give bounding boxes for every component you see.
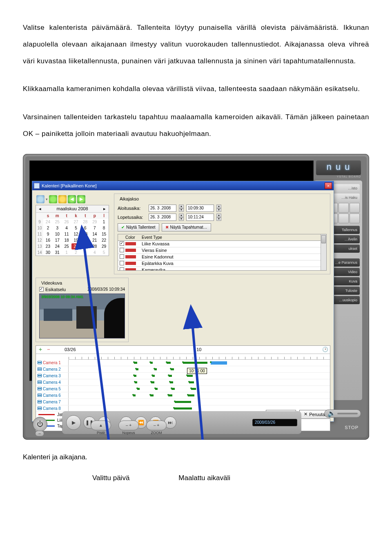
piste-control[interactable]: ▲ (91, 421, 111, 430)
calendar-day[interactable]: 15 (99, 231, 109, 237)
cal-next-icon[interactable]: ▸ (102, 206, 107, 211)
server-icon[interactable] (58, 195, 67, 203)
calendar-day[interactable]: 22 (99, 237, 109, 243)
calendar-day[interactable]: 24 (43, 219, 53, 225)
show-recordings-button[interactable]: ✔Näytä Tallenteet (118, 223, 159, 231)
start-date-input[interactable]: 26. 3 .2008 (149, 205, 176, 212)
calendar-day[interactable]: 5 (99, 249, 109, 256)
calendar-day[interactable]: 2 (43, 225, 53, 231)
zoom-control[interactable]: – + (146, 421, 167, 430)
event-row[interactable]: Epätarkka Kuva (118, 260, 326, 267)
spinner-icon[interactable]: ▲▼ (216, 205, 221, 212)
calendar-day[interactable]: 3 (80, 249, 90, 256)
timeline-camera-row[interactable]: Camera 3 (36, 373, 330, 379)
home-icon[interactable] (36, 195, 45, 203)
calendar-day[interactable]: 3 (53, 225, 62, 231)
show-events-button[interactable]: ✖Näytä Tapahtumat… (162, 223, 211, 231)
app-logo: n u u (316, 160, 361, 175)
caption-calendar-timeline: Kalenteri ja aikajana. (23, 450, 369, 465)
calendar-day[interactable]: 31 (53, 249, 62, 256)
end-label: Lopetusaika: (118, 215, 146, 220)
calendar-day[interactable]: 1 (62, 249, 71, 256)
calendar-day[interactable]: 18 (62, 237, 71, 243)
close-icon[interactable]: × (325, 182, 332, 189)
end-date-input[interactable]: 26. 3 .2008 (149, 214, 176, 221)
paragraph-1: Valitse kalenterista päivämäärä. Tallent… (23, 20, 369, 69)
timeline-camera-row[interactable]: Camera 5 (36, 386, 330, 392)
caption-selected-day: Valittu päivä (92, 470, 129, 485)
calendar-day[interactable]: 28 (80, 219, 90, 225)
spinner-icon[interactable]: ▲▼ (179, 205, 184, 212)
prev-arrow-icon[interactable]: ◀ (68, 195, 76, 203)
calendar-day[interactable]: 24 (53, 243, 62, 249)
end-time-input[interactable]: 10:11:24 (186, 214, 214, 221)
calendar-icon (34, 183, 40, 189)
timeline-camera-row[interactable]: Camera 1 (36, 360, 330, 366)
calendar-day[interactable]: 9 (43, 231, 53, 237)
calendar-day[interactable]: 5 (71, 225, 81, 231)
calendar-day[interactable]: 17 (53, 237, 62, 243)
spinner-icon[interactable]: ▲▼ (216, 214, 221, 221)
calendar-day[interactable]: 23 (43, 243, 53, 249)
calendar-day[interactable]: 20 (80, 237, 90, 243)
minimize-button[interactable]: – (35, 431, 44, 436)
event-row[interactable]: Kameravika (118, 267, 326, 271)
speed-control[interactable]: – + (118, 421, 139, 430)
paragraph-2: Klikkaamalla kameranimen kohdalla olevaa… (23, 81, 369, 98)
next-arrow-icon[interactable]: ▶ (77, 195, 85, 203)
calendar-day[interactable]: 4 (62, 225, 71, 231)
event-row[interactable]: Vieras Esine (118, 247, 326, 254)
calendar-day[interactable]: 12 (71, 231, 81, 237)
stop-label: STOP (345, 425, 359, 430)
calendar-day[interactable]: 25 (62, 243, 71, 249)
event-row[interactable]: Liike Kuvassa (118, 241, 326, 247)
calendar-day[interactable]: 19 (71, 237, 81, 243)
calendar-day[interactable]: 13 (80, 231, 90, 237)
calendar-day[interactable]: 8 (99, 225, 109, 231)
calendar-day[interactable]: 29 (90, 219, 99, 225)
refresh-icon[interactable] (49, 195, 57, 203)
calendar-day[interactable]: 16 (43, 237, 53, 243)
calendar-day[interactable]: 30 (43, 249, 53, 256)
calendar-day[interactable]: 7 (90, 225, 99, 231)
event-type-table[interactable]: ColorEvent Type▲Liike KuvassaVieras Esin… (118, 234, 327, 271)
calendar-day[interactable]: 28 (90, 243, 99, 249)
zoom-in-icon[interactable]: ＋ (38, 347, 43, 352)
preview-image: 3/903/2008 10 09:34 AM1 (39, 294, 125, 338)
preview-checkbox[interactable] (39, 287, 44, 292)
calendar-day[interactable]: 26 (71, 243, 81, 249)
zoom-out-icon[interactable]: － (46, 347, 51, 352)
calendar-day[interactable]: 29 (99, 243, 109, 249)
calendar-day[interactable]: 26 (62, 219, 71, 225)
calendar-day[interactable]: 1 (99, 219, 109, 225)
calendar-day[interactable]: 25 (53, 219, 62, 225)
calendar-day[interactable]: 2 (71, 249, 81, 256)
timeline-camera-row[interactable]: Camera 7 (36, 399, 330, 405)
calendar-day[interactable]: 6 (80, 225, 90, 231)
dialog-title: Kalenteri [Paikallinen Kone] (42, 183, 97, 188)
video-fieldset: Videokuva Esikatselu 2008/03/26 10:09:34… (36, 278, 129, 342)
start-label: Aloitusaika: (118, 206, 146, 211)
play-button[interactable]: ▶ (66, 415, 81, 430)
timeline-date: 03/26 (65, 347, 76, 352)
calendar-widget[interactable]: ◂ maaliskuu 2008 ▸ smtktpl92425262728291… (36, 205, 109, 256)
event-row[interactable]: Esine Kadonnut (118, 254, 326, 260)
calendar-day[interactable]: 21 (90, 237, 99, 243)
start-time-input[interactable]: 10:09:30 (186, 205, 214, 212)
timeline-camera-row[interactable]: Camera 4 (36, 379, 330, 386)
calendar-day[interactable]: 11 (62, 231, 71, 237)
volume-slider[interactable]: 🔈 (324, 409, 361, 418)
timeline-camera-row[interactable]: Camera 6 (36, 392, 330, 399)
calendar-day[interactable]: 4 (90, 249, 99, 256)
dialog-titlebar[interactable]: Kalenteri [Paikallinen Kone] × (32, 181, 334, 190)
calendar-day[interactable]: 27 (80, 243, 90, 249)
calendar-day[interactable]: 14 (90, 231, 99, 237)
calendar-day[interactable]: 27 (71, 219, 81, 225)
calendar-day[interactable]: 10 (53, 231, 62, 237)
cal-prev-icon[interactable]: ◂ (38, 206, 42, 211)
clock-icon[interactable]: 🕑 (322, 347, 328, 352)
power-button[interactable]: ⏻ (33, 417, 47, 432)
timeline-camera-row[interactable]: Camera 2 (36, 366, 330, 373)
paragraph-3: Varsinainen tallenteiden tarkastelu tapa… (23, 109, 369, 142)
spinner-icon[interactable]: ▲▼ (179, 214, 184, 221)
